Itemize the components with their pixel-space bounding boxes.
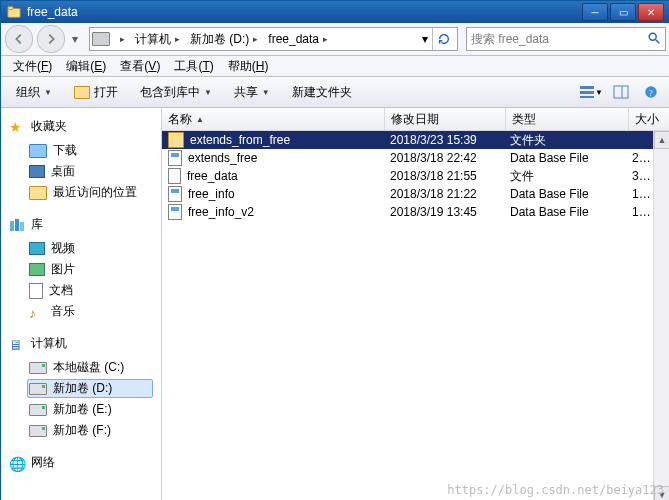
- database-file-icon: [168, 204, 182, 220]
- forward-button[interactable]: [37, 25, 65, 53]
- sort-asc-icon: ▲: [196, 115, 204, 124]
- address-dropdown[interactable]: ▾: [418, 32, 432, 46]
- svg-rect-11: [10, 221, 14, 231]
- address-bar[interactable]: ▸ 计算机▸ 新加卷 (D:)▸ free_data▸ ▾: [89, 27, 458, 51]
- folder-icon: [168, 132, 184, 148]
- drive-icon: [29, 362, 47, 374]
- documents-icon: [29, 283, 43, 299]
- nav-drive-e[interactable]: 新加卷 (E:): [27, 400, 153, 419]
- nav-music[interactable]: ♪音乐: [27, 302, 153, 321]
- column-name[interactable]: 名称▲: [162, 108, 385, 130]
- svg-rect-5: [580, 91, 594, 94]
- scroll-up-button[interactable]: ▲: [654, 131, 669, 149]
- menu-help[interactable]: 帮助(H): [222, 56, 275, 77]
- file-row[interactable]: free_info_v22018/3/19 13:45Data Base Fil…: [162, 203, 669, 221]
- folder-icon: [7, 5, 21, 19]
- column-size[interactable]: 大小: [629, 108, 669, 130]
- svg-rect-12: [15, 219, 19, 231]
- breadcrumb-root[interactable]: ▸: [114, 28, 131, 50]
- breadcrumb-computer[interactable]: 计算机▸: [131, 28, 186, 50]
- navigation-bar: ▾ ▸ 计算机▸ 新加卷 (D:)▸ free_data▸ ▾ 搜索 free_…: [1, 23, 669, 56]
- nav-desktop[interactable]: 桌面: [27, 162, 153, 181]
- pictures-icon: [29, 263, 45, 276]
- close-button[interactable]: ✕: [638, 3, 664, 21]
- file-rows: extends_from_free2018/3/23 15:39文件夹exten…: [162, 131, 669, 500]
- organize-button[interactable]: 组织 ▼: [7, 80, 61, 105]
- downloads-icon: [29, 144, 47, 158]
- nav-videos[interactable]: 视频: [27, 239, 153, 258]
- view-mode-button[interactable]: ▼: [578, 80, 604, 104]
- nav-drive-f[interactable]: 新加卷 (F:): [27, 421, 153, 440]
- help-button[interactable]: ?: [638, 80, 664, 104]
- file-icon: [168, 168, 181, 184]
- file-type: 文件: [504, 168, 626, 185]
- nav-drive-c[interactable]: 本地磁盘 (C:): [27, 358, 153, 377]
- svg-point-2: [649, 33, 656, 40]
- database-file-icon: [168, 150, 182, 166]
- file-row[interactable]: free_info2018/3/18 21:22Data Base File14…: [162, 185, 669, 203]
- file-row[interactable]: extends_free2018/3/18 22:42Data Base Fil…: [162, 149, 669, 167]
- column-headers: 名称▲ 修改日期 类型 大小: [162, 108, 669, 131]
- file-list-pane: 名称▲ 修改日期 类型 大小 extends_from_free2018/3/2…: [162, 108, 669, 500]
- file-date: 2018/3/18 21:22: [384, 187, 504, 201]
- nav-drive-d[interactable]: 新加卷 (D:): [27, 379, 153, 398]
- breadcrumb-drive[interactable]: 新加卷 (D:)▸: [186, 28, 264, 50]
- nav-documents[interactable]: 文档: [27, 281, 153, 300]
- file-name: extends_free: [188, 151, 257, 165]
- file-type: Data Base File: [504, 151, 626, 165]
- window-title: free_data: [27, 5, 582, 19]
- file-name: extends_from_free: [190, 133, 290, 147]
- menu-edit[interactable]: 编辑(E): [60, 56, 112, 77]
- open-button[interactable]: 打开: [65, 80, 127, 105]
- minimize-button[interactable]: ─: [582, 3, 608, 21]
- network-group[interactable]: 🌐网络: [9, 454, 153, 471]
- nav-downloads[interactable]: 下载: [27, 141, 153, 160]
- menu-view[interactable]: 查看(V): [114, 56, 166, 77]
- computer-icon: 🖥: [9, 337, 25, 351]
- file-name: free_info: [188, 187, 235, 201]
- file-row[interactable]: free_data2018/3/18 21:55文件357,920,196 KB: [162, 167, 669, 185]
- network-icon: 🌐: [9, 456, 25, 470]
- svg-rect-4: [580, 86, 594, 89]
- svg-text:?: ?: [649, 88, 653, 98]
- share-button[interactable]: 共享 ▼: [225, 80, 279, 105]
- navigation-pane: ★收藏夹 下载 桌面 最近访问的位置 库 视频 图片 文档 ♪音乐 🖥计算机 本…: [1, 108, 162, 500]
- favorites-group[interactable]: ★收藏夹: [9, 118, 153, 135]
- breadcrumb-folder[interactable]: free_data▸: [264, 28, 334, 50]
- preview-pane-button[interactable]: [608, 80, 634, 104]
- drive-icon: [29, 383, 47, 395]
- file-row[interactable]: extends_from_free2018/3/23 15:39文件夹: [162, 131, 669, 149]
- column-date[interactable]: 修改日期: [385, 108, 506, 130]
- svg-rect-1: [8, 7, 13, 10]
- column-type[interactable]: 类型: [506, 108, 629, 130]
- scroll-down-button[interactable]: ▼: [654, 486, 669, 500]
- include-button[interactable]: 包含到库中 ▼: [131, 80, 221, 105]
- search-icon: [647, 31, 661, 48]
- videos-icon: [29, 242, 45, 255]
- libraries-group[interactable]: 库: [9, 216, 153, 233]
- search-input[interactable]: 搜索 free_data: [466, 27, 666, 51]
- computer-group[interactable]: 🖥计算机: [9, 335, 153, 352]
- star-icon: ★: [9, 120, 25, 134]
- desktop-icon: [29, 165, 45, 178]
- newfolder-button[interactable]: 新建文件夹: [283, 80, 361, 105]
- file-date: 2018/3/18 21:55: [384, 169, 504, 183]
- recent-icon: [29, 186, 47, 200]
- file-date: 2018/3/23 15:39: [384, 133, 504, 147]
- drive-icon: [92, 32, 110, 46]
- back-button[interactable]: [5, 25, 33, 53]
- maximize-button[interactable]: ▭: [610, 3, 636, 21]
- nav-pictures[interactable]: 图片: [27, 260, 153, 279]
- file-type: Data Base File: [504, 205, 626, 219]
- music-icon: ♪: [29, 305, 45, 319]
- search-placeholder: 搜索 free_data: [471, 31, 643, 48]
- drive-icon: [29, 425, 47, 437]
- nav-recent[interactable]: 最近访问的位置: [27, 183, 153, 202]
- menu-file[interactable]: 文件(F): [7, 56, 58, 77]
- vertical-scrollbar[interactable]: ▲ ▼: [653, 131, 669, 500]
- history-dropdown[interactable]: ▾: [69, 26, 81, 52]
- refresh-button[interactable]: [432, 28, 455, 50]
- svg-rect-7: [614, 86, 628, 98]
- menu-tools[interactable]: 工具(T): [168, 56, 219, 77]
- menu-bar: 文件(F) 编辑(E) 查看(V) 工具(T) 帮助(H): [1, 56, 669, 77]
